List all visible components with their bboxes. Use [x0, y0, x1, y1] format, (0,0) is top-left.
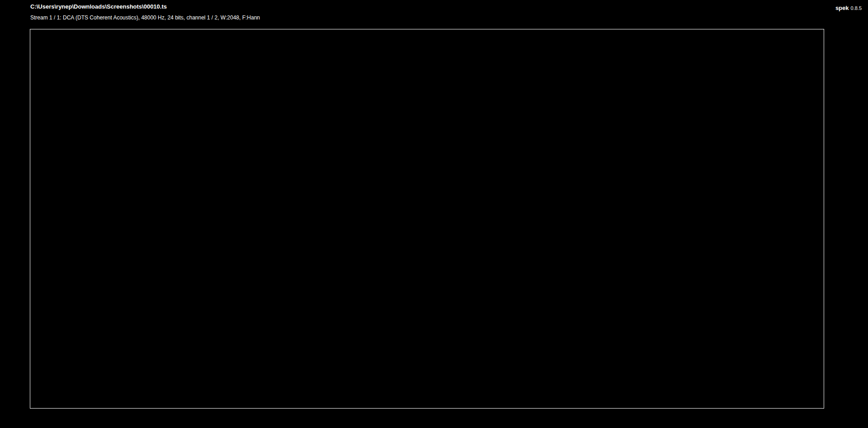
app-name: spek	[835, 5, 849, 11]
app-brand: spek0.8.5	[835, 4, 862, 12]
app-version: 0.8.5	[851, 5, 862, 11]
colorbar-canvas	[0, 0, 6, 378]
spectrogram-canvas	[0, 0, 793, 378]
spek-window: C:\Users\rynep\Downloads\Screenshots\000…	[0, 0, 868, 428]
